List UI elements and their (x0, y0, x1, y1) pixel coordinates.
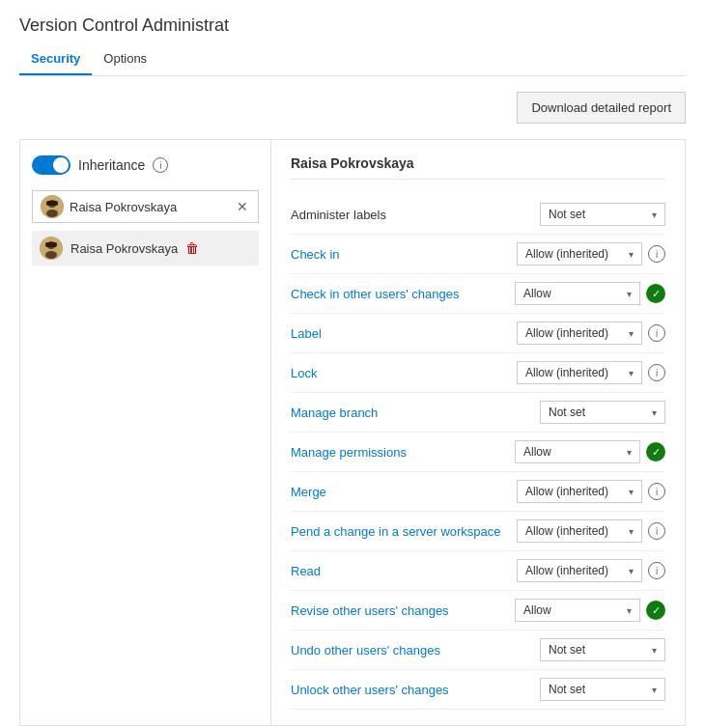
clear-user-button[interactable]: ✕ (235, 199, 250, 214)
check-icon: ✓ (646, 442, 665, 462)
page-title: Version Control Administrat (19, 15, 686, 36)
user-list-item: Raisa Pokrovskaya 🗑 (32, 231, 259, 266)
permission-select[interactable]: Allow▾ (515, 282, 640, 305)
permission-control: Not set▾ (540, 678, 665, 701)
permission-row: LockAllow (inherited)▾i (291, 353, 665, 393)
svg-rect-3 (46, 201, 58, 206)
chevron-down-icon: ▾ (627, 289, 632, 299)
download-report-button[interactable]: Download detailed report (517, 92, 686, 124)
permission-value: Allow (inherited) (525, 247, 608, 261)
permission-label: Revise other users' changes (291, 603, 515, 618)
permission-row: MergeAllow (inherited)▾i (291, 472, 665, 512)
permission-label: Manage permissions (291, 445, 515, 460)
permission-value: Not set (549, 406, 585, 419)
permission-value: Not set (549, 208, 585, 221)
chevron-down-icon: ▾ (629, 328, 634, 339)
chevron-down-icon: ▾ (629, 487, 634, 497)
permission-control: Allow▾✓ (515, 440, 665, 463)
permission-row: Check in other users' changesAllow▾✓ (291, 274, 665, 314)
user-section-title: Raisa Pokrovskaya (291, 155, 665, 180)
permission-control: Not set▾ (540, 203, 665, 226)
permission-label: Pend a change in a server workspace (291, 524, 517, 539)
chevron-down-icon: ▾ (629, 526, 634, 537)
permission-row: Manage branchNot set▾ (291, 393, 665, 433)
search-user-avatar (41, 195, 64, 218)
permission-row: Revise other users' changesAllow▾✓ (291, 591, 665, 630)
permission-control: Allow (inherited)▾i (517, 519, 665, 543)
permission-control: Allow (inherited)▾i (517, 242, 665, 266)
info-icon[interactable]: i (648, 562, 665, 579)
permission-select[interactable]: Not set▾ (540, 401, 665, 424)
permission-control: Allow▾✓ (515, 282, 665, 305)
info-icon[interactable]: i (648, 245, 665, 263)
permission-select[interactable]: Not set▾ (540, 203, 665, 226)
permission-label: Merge (291, 485, 517, 499)
chevron-down-icon: ▾ (627, 447, 632, 458)
inheritance-label: Inheritance (78, 157, 145, 173)
permission-select[interactable]: Allow (inherited)▾ (517, 559, 642, 582)
permission-value: Allow (523, 287, 551, 300)
chevron-down-icon: ▾ (652, 645, 657, 656)
permission-value: Allow (inherited) (525, 366, 608, 379)
info-icon[interactable]: i (648, 364, 665, 381)
permission-label: Lock (291, 366, 517, 380)
chevron-down-icon: ▾ (629, 249, 634, 260)
permission-value: Allow (523, 445, 551, 459)
permission-label: Label (291, 326, 517, 341)
permission-row: Manage permissionsAllow▾✓ (291, 433, 665, 472)
permission-select[interactable]: Not set▾ (540, 638, 665, 661)
left-panel: Inheritance i Raisa Pokrovskaya ✕ (20, 140, 271, 725)
permission-value: Allow (inherited) (525, 485, 608, 498)
info-icon[interactable]: i (648, 522, 665, 540)
svg-rect-7 (45, 242, 57, 247)
user-search-value: Raisa Pokrovskaya (70, 200, 235, 214)
permission-select[interactable]: Allow▾ (515, 440, 640, 463)
permission-value: Not set (549, 683, 585, 696)
permission-label: Undo other users' changes (291, 643, 540, 658)
permission-value: Allow (523, 603, 551, 617)
permission-label: Unlock other users' changes (291, 683, 540, 697)
permission-control: Not set▾ (540, 401, 665, 424)
chevron-down-icon: ▾ (652, 210, 657, 220)
permission-row: Administer labelsNot set▾ (291, 195, 665, 235)
chevron-down-icon: ▾ (629, 566, 634, 576)
info-icon[interactable]: i (648, 324, 665, 342)
permission-control: Allow (inherited)▾i (517, 322, 665, 345)
permission-label: Manage branch (291, 406, 540, 420)
svg-point-6 (45, 251, 57, 259)
permission-select[interactable]: Allow (inherited)▾ (517, 361, 642, 384)
info-icon[interactable]: i (648, 483, 665, 500)
permission-label: Read (291, 564, 517, 578)
inheritance-row: Inheritance i (32, 155, 259, 175)
permission-control: Allow (inherited)▾i (517, 480, 665, 503)
inheritance-toggle[interactable] (32, 155, 70, 175)
chevron-down-icon: ▾ (629, 368, 634, 378)
permission-value: Allow (inherited) (525, 524, 608, 538)
permission-row: ReadAllow (inherited)▾i (291, 551, 665, 591)
right-panel: Raisa Pokrovskaya Administer labelsNot s… (271, 140, 685, 725)
permission-select[interactable]: Allow (inherited)▾ (517, 519, 642, 543)
permission-select[interactable]: Not set▾ (540, 678, 665, 701)
inheritance-info-icon[interactable]: i (153, 157, 168, 173)
permission-select[interactable]: Allow (inherited)▾ (517, 242, 642, 266)
permission-control: Not set▾ (540, 638, 665, 661)
permission-value: Allow (inherited) (525, 326, 608, 340)
check-icon: ✓ (646, 284, 665, 303)
permission-control: Allow (inherited)▾i (517, 361, 665, 384)
tab-options[interactable]: Options (92, 43, 158, 75)
permission-label: Check in other users' changes (291, 287, 515, 301)
permission-value: Not set (549, 643, 585, 657)
delete-user-icon[interactable]: 🗑 (185, 240, 199, 256)
permission-control: Allow (inherited)▾i (517, 559, 665, 582)
tab-security[interactable]: Security (19, 43, 92, 75)
permission-row: LabelAllow (inherited)▾i (291, 314, 665, 353)
permission-select[interactable]: Allow (inherited)▾ (517, 480, 642, 503)
list-user-avatar (40, 237, 63, 260)
permission-row: Undo other users' changesNot set▾ (291, 630, 665, 670)
permission-label: Administer labels (291, 208, 540, 222)
svg-point-2 (46, 210, 58, 217)
permission-select[interactable]: Allow▾ (515, 599, 640, 622)
check-icon: ✓ (646, 601, 665, 620)
permission-select[interactable]: Allow (inherited)▾ (517, 322, 642, 345)
user-search-box[interactable]: Raisa Pokrovskaya ✕ (32, 190, 259, 223)
